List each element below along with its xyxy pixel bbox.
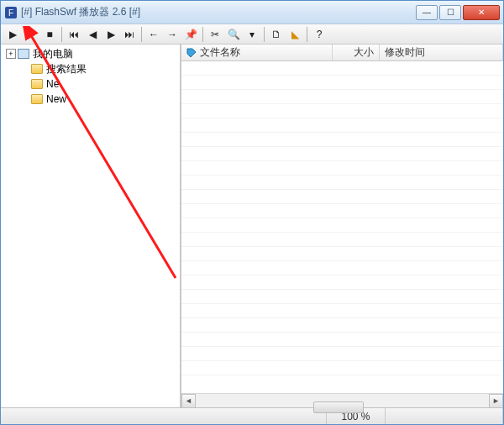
list-row <box>181 147 503 161</box>
help-icon[interactable]: ? <box>311 26 328 43</box>
column-label: 大小 <box>354 45 374 60</box>
list-row <box>181 104 503 118</box>
tree-label: 我的电脑 <box>33 47 73 61</box>
tree-label: Ne <box>46 78 59 90</box>
list-row <box>181 275 503 290</box>
column-header-size[interactable]: 大小 <box>333 45 380 60</box>
toolbar: ▶ ▾ ■ ⏮ ◀ ▶ ⏭ ← → 📌 ✂ 🔍 ▾ 🗋 ◣ ? <box>1 24 503 45</box>
main-area: + 我的电脑 搜索结果 Ne New <box>1 45 503 407</box>
dropdown-icon[interactable]: ▾ <box>23 26 39 43</box>
tree-pane[interactable]: + 我的电脑 搜索结果 Ne New <box>1 45 181 407</box>
scroll-right-icon[interactable]: ► <box>489 394 503 408</box>
list-row <box>181 118 503 133</box>
statusbar: 100 % <box>1 407 503 424</box>
list-row <box>181 133 503 147</box>
status-cell <box>386 408 503 424</box>
computer-icon <box>18 49 29 59</box>
list-row <box>181 204 503 218</box>
find-dropdown-icon[interactable]: ▾ <box>244 26 260 43</box>
stop-icon[interactable]: ■ <box>41 26 58 43</box>
folder-icon <box>31 64 43 74</box>
column-label: 文件名称 <box>200 45 240 60</box>
tag-icon <box>186 48 197 58</box>
tree-item[interactable]: 搜索结果 <box>3 61 178 76</box>
app-icon: F <box>4 6 18 19</box>
toolbar-separator <box>141 27 142 42</box>
svg-text:F: F <box>8 8 13 18</box>
list-row <box>181 361 503 375</box>
app-window: F [#] FlashSwf 播放器 2.6 [#] — ☐ ✕ ▶ ▾ ■ ⏮… <box>0 0 504 425</box>
folder-icon <box>31 79 43 89</box>
folder-tree: + 我的电脑 搜索结果 Ne New <box>3 46 178 107</box>
list-row <box>181 61 503 76</box>
toolbar-separator <box>264 27 265 42</box>
play-icon[interactable]: ▶ <box>4 26 21 43</box>
arrow-left-icon[interactable]: ← <box>145 26 162 43</box>
first-icon[interactable]: ⏮ <box>66 26 82 43</box>
new-doc-icon[interactable]: 🗋 <box>268 26 285 43</box>
list-row <box>181 304 503 318</box>
close-button[interactable]: ✕ <box>463 5 500 20</box>
tree-item[interactable]: New <box>3 92 178 107</box>
maximize-button[interactable]: ☐ <box>439 5 461 20</box>
prev-icon[interactable]: ◀ <box>84 26 101 43</box>
list-row <box>181 318 503 333</box>
tree-item[interactable]: Ne <box>3 76 178 92</box>
list-body[interactable] <box>181 61 503 393</box>
tree-item-root[interactable]: + 我的电脑 <box>3 46 178 61</box>
scroll-left-icon[interactable]: ◄ <box>181 394 196 408</box>
list-row <box>181 90 503 104</box>
list-header: 文件名称 大小 修改时间 <box>181 45 503 61</box>
titlebar[interactable]: F [#] FlashSwf 播放器 2.6 [#] — ☐ ✕ <box>1 1 503 24</box>
cut-icon[interactable]: ✂ <box>207 26 223 43</box>
column-label: 修改时间 <box>385 45 425 60</box>
window-controls: — ☐ ✕ <box>416 5 500 20</box>
scroll-thumb[interactable] <box>313 401 364 413</box>
list-row <box>181 261 503 275</box>
folder-icon <box>31 94 43 104</box>
column-header-name[interactable]: 文件名称 <box>181 45 333 60</box>
list-row <box>181 333 503 347</box>
list-row <box>181 233 503 247</box>
last-icon[interactable]: ⏭ <box>121 26 138 43</box>
expand-icon[interactable]: + <box>6 49 16 59</box>
tree-label: New <box>46 93 66 105</box>
find-icon[interactable]: 🔍 <box>225 26 242 43</box>
tag-icon[interactable]: ◣ <box>286 26 303 43</box>
arrow-right-icon[interactable]: → <box>164 26 181 43</box>
list-row <box>181 247 503 261</box>
window-title: [#] FlashSwf 播放器 2.6 [#] <box>21 5 416 19</box>
list-row <box>181 176 503 190</box>
toolbar-separator <box>307 27 307 42</box>
column-header-mtime[interactable]: 修改时间 <box>380 45 503 60</box>
toolbar-separator <box>202 27 203 42</box>
horizontal-scrollbar[interactable]: ◄ ► <box>181 393 503 407</box>
list-row <box>181 76 503 90</box>
status-cell <box>1 408 327 424</box>
list-row <box>181 161 503 176</box>
tree-label: 搜索结果 <box>46 62 87 76</box>
file-list-pane: 文件名称 大小 修改时间 ◄ ► <box>181 45 503 407</box>
list-row <box>181 190 503 204</box>
list-row <box>181 218 503 233</box>
pin-icon[interactable]: 📌 <box>182 26 199 43</box>
toolbar-separator <box>61 27 62 42</box>
next-icon[interactable]: ▶ <box>102 26 119 43</box>
minimize-button[interactable]: — <box>416 5 438 20</box>
list-row <box>181 290 503 304</box>
list-row <box>181 347 503 361</box>
